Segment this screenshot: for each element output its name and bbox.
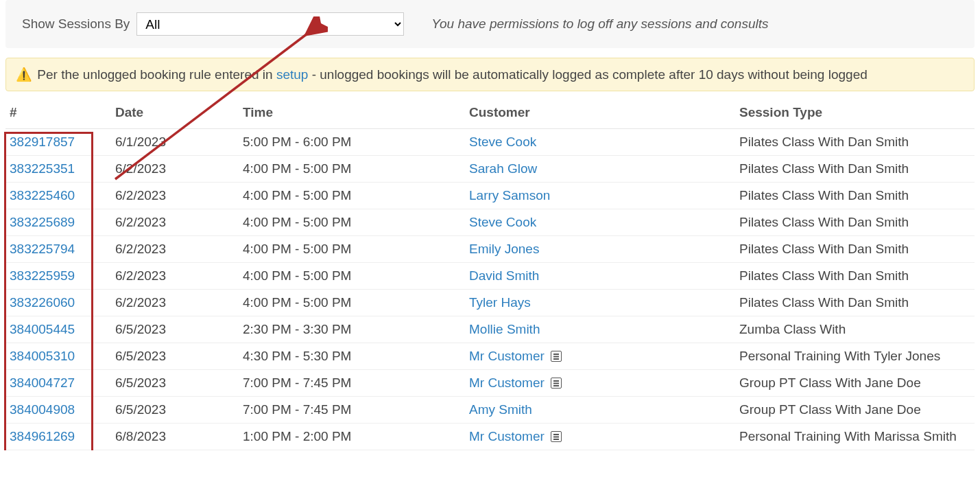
session-date: 6/5/2023 [115, 397, 243, 424]
session-type: Pilates Class With Dan Smith [739, 236, 975, 263]
customer-link[interactable]: Steve Cook [469, 135, 536, 149]
session-id-link[interactable]: 383225689 [10, 215, 75, 229]
col-header-customer[interactable]: Customer [469, 97, 739, 129]
alert-text-prefix: Per the unlogged booking rule entered in [37, 67, 276, 82]
session-id-link[interactable]: 384005310 [10, 349, 75, 363]
session-id-link[interactable]: 384004908 [10, 402, 75, 417]
session-type: Pilates Class With Dan Smith [739, 263, 975, 290]
customer-link[interactable]: Steve Cook [469, 215, 536, 229]
session-id-link[interactable]: 384961269 [10, 429, 75, 443]
session-time: 4:00 PM - 5:00 PM [243, 290, 469, 316]
session-type: Zumba Class With [739, 316, 975, 343]
session-date: 6/2/2023 [115, 290, 243, 316]
session-type: Pilates Class With Dan Smith [739, 183, 975, 209]
table-row: 3832256896/2/20234:00 PM - 5:00 PMSteve … [5, 209, 975, 236]
session-date: 6/5/2023 [115, 370, 243, 397]
filter-permissions-hint: You have permissions to log off any sess… [431, 16, 768, 32]
warning-icon: ⚠️ [16, 67, 32, 82]
table-row: 3829178576/1/20235:00 PM - 6:00 PMSteve … [5, 129, 975, 156]
session-date: 6/2/2023 [115, 236, 243, 263]
customer-link[interactable]: Tyler Hays [469, 295, 531, 310]
session-time: 2:30 PM - 3:30 PM [243, 316, 469, 343]
session-time: 4:00 PM - 5:00 PM [243, 183, 469, 209]
customer-link[interactable]: Mr Customer [469, 349, 545, 363]
alert-text-suffix: - unlogged bookings will be automaticall… [308, 67, 867, 82]
col-header-time[interactable]: Time [243, 97, 469, 129]
note-icon[interactable] [551, 431, 562, 442]
session-time: 4:00 PM - 5:00 PM [243, 156, 469, 183]
session-date: 6/1/2023 [115, 129, 243, 156]
col-header-session-type[interactable]: Session Type [739, 97, 975, 129]
show-sessions-by-select[interactable]: All [136, 12, 404, 36]
session-type: Pilates Class With Dan Smith [739, 129, 975, 156]
col-header-date[interactable]: Date [115, 97, 243, 129]
customer-link[interactable]: Emily Jones [469, 242, 539, 256]
session-date: 6/8/2023 [115, 424, 243, 450]
session-id-link[interactable]: 383225959 [10, 268, 75, 283]
table-row: 3840049086/5/20237:00 PM - 7:45 PMAmy Sm… [5, 397, 975, 424]
session-type: Pilates Class With Dan Smith [739, 209, 975, 236]
table-header-row: # Date Time Customer Session Type [5, 97, 975, 129]
session-time: 7:00 PM - 7:45 PM [243, 370, 469, 397]
table-row: 3840047276/5/20237:00 PM - 7:45 PMMr Cus… [5, 370, 975, 397]
session-time: 7:00 PM - 7:45 PM [243, 397, 469, 424]
note-icon[interactable] [551, 378, 562, 389]
session-time: 4:00 PM - 5:00 PM [243, 236, 469, 263]
session-type: Group PT Class With Jane Doe [739, 397, 975, 424]
unlogged-booking-alert: ⚠️ Per the unlogged booking rule entered… [5, 58, 975, 91]
col-header-id[interactable]: # [5, 97, 115, 129]
table-row: 3840053106/5/20234:30 PM - 5:30 PMMr Cus… [5, 343, 975, 370]
session-date: 6/2/2023 [115, 183, 243, 209]
session-date: 6/2/2023 [115, 263, 243, 290]
session-time: 4:00 PM - 5:00 PM [243, 209, 469, 236]
sessions-table: # Date Time Customer Session Type 382917… [5, 97, 975, 450]
customer-link[interactable]: Mollie Smith [469, 322, 540, 336]
session-type: Pilates Class With Dan Smith [739, 290, 975, 316]
session-id-link[interactable]: 384005445 [10, 322, 75, 336]
session-id-link[interactable]: 383226060 [10, 295, 75, 310]
session-type: Group PT Class With Jane Doe [739, 370, 975, 397]
table-row: 3832253516/2/20234:00 PM - 5:00 PMSarah … [5, 156, 975, 183]
session-time: 1:00 PM - 2:00 PM [243, 424, 469, 450]
table-row: 3832260606/2/20234:00 PM - 5:00 PMTyler … [5, 290, 975, 316]
filter-label: Show Sessions By [22, 16, 130, 32]
session-date: 6/5/2023 [115, 316, 243, 343]
customer-link[interactable]: Mr Customer [469, 429, 545, 443]
table-row: 3832259596/2/20234:00 PM - 5:00 PMDavid … [5, 263, 975, 290]
customer-link[interactable]: Amy Smith [469, 402, 532, 417]
session-date: 6/2/2023 [115, 209, 243, 236]
session-type: Personal Training With Tyler Jones [739, 343, 975, 370]
session-time: 4:00 PM - 5:00 PM [243, 263, 469, 290]
note-icon[interactable] [551, 351, 562, 362]
table-row: 3832257946/2/20234:00 PM - 5:00 PMEmily … [5, 236, 975, 263]
session-time: 5:00 PM - 6:00 PM [243, 129, 469, 156]
content-area: ⚠️ Per the unlogged booking rule entered… [5, 58, 975, 450]
customer-link[interactable]: David Smith [469, 268, 539, 283]
session-id-link[interactable]: 384004727 [10, 375, 75, 390]
setup-link[interactable]: setup [276, 67, 308, 82]
session-date: 6/2/2023 [115, 156, 243, 183]
session-id-link[interactable]: 382917857 [10, 135, 75, 149]
customer-link[interactable]: Sarah Glow [469, 161, 537, 176]
session-time: 4:30 PM - 5:30 PM [243, 343, 469, 370]
customer-link[interactable]: Larry Samson [469, 188, 550, 202]
session-type: Personal Training With Marissa Smith [739, 424, 975, 450]
table-row: 3849612696/8/20231:00 PM - 2:00 PMMr Cus… [5, 424, 975, 450]
session-type: Pilates Class With Dan Smith [739, 156, 975, 183]
table-row: 3840054456/5/20232:30 PM - 3:30 PMMollie… [5, 316, 975, 343]
session-id-link[interactable]: 383225460 [10, 188, 75, 202]
session-date: 6/5/2023 [115, 343, 243, 370]
table-row: 3832254606/2/20234:00 PM - 5:00 PMLarry … [5, 183, 975, 209]
customer-link[interactable]: Mr Customer [469, 375, 545, 390]
filter-bar: Show Sessions By All You have permission… [5, 0, 975, 48]
session-id-link[interactable]: 383225351 [10, 161, 75, 176]
session-id-link[interactable]: 383225794 [10, 242, 75, 256]
